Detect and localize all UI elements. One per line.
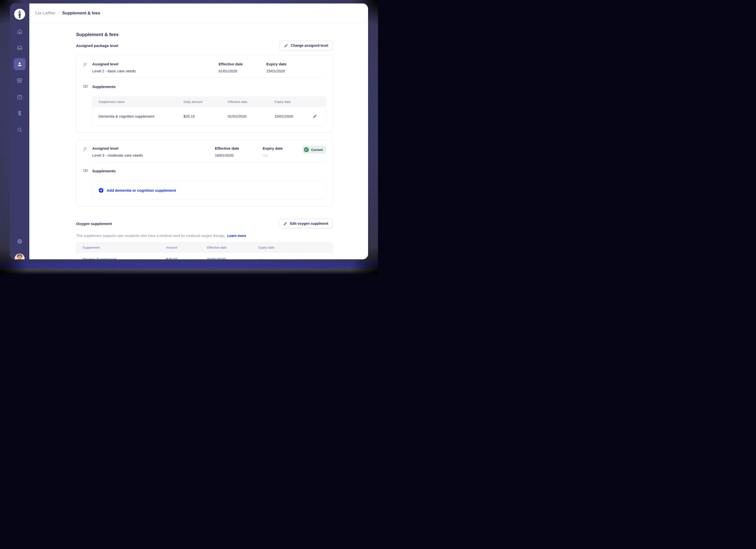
sidebar-item-search[interactable] [14,124,26,136]
pencil-icon [283,222,287,226]
card1-expiry-value: 15/01/2020 [266,69,326,73]
card1-expiry-col: Expiry date 15/01/2020 [266,62,326,73]
storefront-icon [17,78,23,84]
check-circle-icon [304,147,309,152]
cell-supplement-name: Dementia & cognition supplement [93,114,184,118]
breadcrumb-parent[interactable]: Lia Leffler [35,11,55,16]
page-content: Supplement & fees Assigned package level… [29,23,368,259]
current-badge-label: Current [311,148,323,152]
card1-assigned-level-value: Level 2 - basic care needs [92,69,219,73]
home-icon [17,29,23,35]
change-assigned-level-button[interactable]: Change assigned level [280,41,333,50]
inbox-icon [17,45,23,51]
user-avatar[interactable] [15,254,25,259]
breadcrumb-separator: / [58,11,59,16]
sidebar-item-store[interactable] [14,75,26,87]
sidebar-item-inbox[interactable] [14,42,26,54]
table-row: Dementia & cognition supplement $20.15 0… [93,107,326,126]
assigned-level-card-2: Assigned level Level 3 - moderate care n… [76,139,333,206]
add-supplement-label: Add dementia or cognition supplement [107,188,176,192]
calendar-icon [17,94,23,100]
sidebar-item-settings[interactable] [14,235,26,247]
sidebar-item-payments[interactable]: $ [14,107,26,119]
oxygen-supplement-label: Oxygen supplement [76,222,112,226]
header-expiry-date: Expiry date [258,246,332,249]
sidebar-item-home[interactable] [14,26,26,38]
pencil-icon [284,44,288,48]
oxygen-description: This supplement supports care recipients… [76,234,333,238]
page-title: Supplement & fees [76,32,333,37]
header-amount: Amount [166,246,207,249]
oxygen-description-text: This supplement supports care recipients… [76,234,226,238]
cell-amount: $20.02 [166,257,207,259]
card1-flag [83,62,92,69]
cell-supplement: Oxygen Supplement [76,257,166,259]
card2-assigned-level-label: Assigned level [92,146,215,150]
person-icon [17,61,23,67]
card2-effective-value: 16/01/2020 [215,153,263,157]
flag-icon [83,62,88,68]
card2-effective-label: Effective date [215,146,263,150]
flag-icon [83,146,88,152]
card1-assigned-level-label: Assigned level [92,62,219,66]
logo-dots-icon [16,10,23,18]
banknote-icon [83,168,88,173]
oxygen-table: Supplement Amount Effective date Expiry … [76,242,333,259]
edit-oxygen-supplement-button[interactable]: Edit oxygen supplment [279,219,333,228]
add-supplement-button[interactable]: Add dementia or cognition supplement [92,181,326,200]
card1-supplements-header: Supplements [83,83,326,90]
card2-supplements-label: Supplements [92,169,116,173]
sidebar-item-person-active[interactable] [14,58,26,70]
header-supplement-name: Supplement name [93,100,184,104]
app-logo[interactable] [14,9,25,20]
header-effective-date: Effective date [207,246,258,249]
search-icon [17,127,23,133]
oxygen-table-header-row: Supplement Amount Effective date Expiry … [76,242,332,252]
assigned-section-header: Assigned package level Change assigned l… [76,41,333,50]
banknote-icon [83,84,88,89]
cell-effective-date: 01/01/2020 [207,257,258,259]
card1-supplements-label: Supplements [92,85,116,89]
oxygen-table-row: Oxygen Supplement $20.02 01/01/2020 n/a [76,252,332,259]
learn-more-link[interactable]: Learn more [227,234,246,238]
card2-level-col: Assigned level Level 3 - moderate care n… [92,146,215,157]
card1-expiry-label: Expiry date [266,62,326,66]
plus-circle-icon [98,188,104,193]
header-supplement: Supplement [76,246,166,249]
sidebar-item-calendar[interactable] [14,91,26,103]
oxygen-section-header: Oxygen supplement Edit oxygen supplment [76,219,333,228]
header-expiry-date: Expiry date [275,100,312,104]
card2-expiry-value: n/a [263,153,302,157]
breadcrumb-current: Supplement & fees [62,11,100,16]
card1-level-col: Assigned level Level 2 - basic care need… [92,62,219,73]
header-daily-amount: Daily amount [184,100,228,104]
card1-supplements-table: Supplement name Daily amount Effective d… [92,96,326,126]
edit-supplement-button[interactable] [312,113,318,119]
header-effective-date: Effective date [228,100,275,104]
card2-flag [83,146,92,153]
card2-expiry-col: Expiry date n/a [263,146,302,157]
card1-banknote [83,83,92,90]
assigned-package-level-label: Assigned package level [76,44,118,48]
cell-expiry-date: 15/01/2020 [275,114,312,118]
card2-supplements-header: Supplements [83,168,326,174]
card1-effective-label: Effective date [219,62,266,66]
card1-effective-value: 01/01/2020 [219,69,266,73]
card1-effective-col: Effective date 01/01/2020 [219,62,266,73]
card2-effective-col: Effective date 16/01/2020 [215,146,263,157]
cell-daily-amount: $20.15 [184,114,228,118]
card1-top-row: Assigned level Level 2 - basic care need… [83,62,326,73]
pencil-icon [313,114,317,118]
cell-effective-date: 01/01/2020 [228,114,275,118]
cell-expiry-date: n/a [258,257,332,259]
avatar-face [18,255,22,259]
card2-top-row: Assigned level Level 3 - moderate care n… [83,146,326,157]
dollar-icon: $ [18,110,21,116]
card2-expiry-label: Expiry date [263,146,302,150]
assigned-level-card-1: Assigned level Level 2 - basic care need… [76,55,333,133]
current-status-badge: Current [302,146,326,154]
breadcrumb: Lia Leffler / Supplement & fees [29,3,368,23]
sidebar: $ [10,3,29,259]
card2-banknote [83,168,92,174]
main-area: Lia Leffler / Supplement & fees Suppleme… [29,3,368,259]
